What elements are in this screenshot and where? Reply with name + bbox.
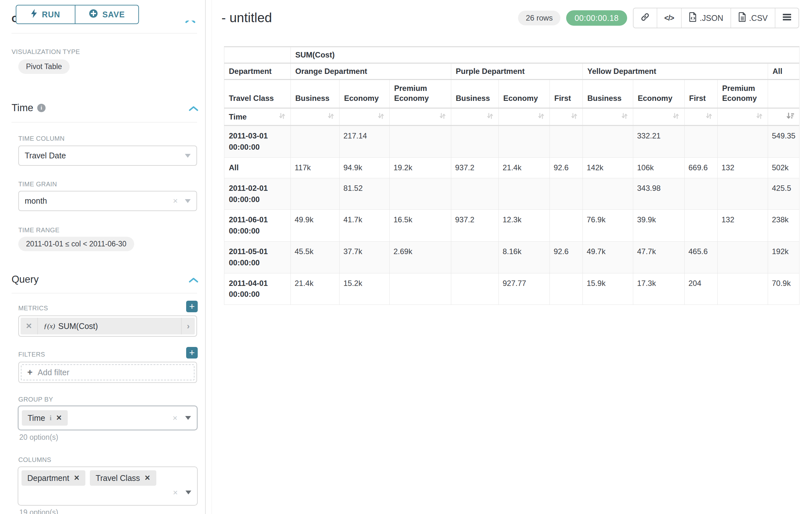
sort-icon[interactable]: [621, 112, 629, 122]
link-icon: [641, 12, 649, 23]
value-cell: 92.6: [550, 157, 583, 178]
value-cell: 8.16k: [499, 241, 550, 273]
value-cell: 47.7k: [633, 241, 685, 273]
sort-icon[interactable]: [439, 112, 446, 122]
value-cell: 92.6: [550, 241, 583, 273]
info-icon[interactable]: i: [37, 104, 46, 112]
query-section-heading: Query: [11, 274, 38, 285]
selected-option-tag[interactable]: Department✕: [22, 470, 85, 486]
value-cell: [499, 178, 550, 210]
time-column-select[interactable]: Travel Date: [18, 145, 197, 166]
value-cell: 70.9k: [768, 273, 800, 305]
sort-header-cell[interactable]: [499, 108, 550, 126]
chevron-down-icon: [185, 199, 191, 203]
value-cell: 502k: [768, 157, 800, 178]
add-filter-dropzone[interactable]: + Add filter: [21, 364, 195, 380]
export-json-button[interactable]: .JSON: [682, 8, 731, 28]
save-button[interactable]: SAVE: [75, 5, 139, 24]
sort-header-cell[interactable]: [685, 108, 718, 126]
sort-icon[interactable]: [486, 112, 494, 122]
clear-icon[interactable]: ×: [173, 488, 178, 497]
selected-option-tag[interactable]: Travel Class✕: [90, 470, 156, 486]
remove-tag-icon[interactable]: ✕: [144, 474, 150, 482]
sort-icon[interactable]: [755, 112, 763, 122]
value-cell: 15.9k: [583, 273, 633, 305]
column-group-header: All: [768, 63, 800, 80]
remove-metric-icon[interactable]: ✕: [21, 318, 38, 334]
sort-icon[interactable]: [327, 112, 335, 122]
remove-tag-icon[interactable]: ✕: [56, 414, 62, 422]
sort-icon[interactable]: [278, 112, 286, 122]
value-cell: [389, 178, 451, 210]
add-metric-button[interactable]: +: [186, 301, 198, 312]
sort-desc-active-icon[interactable]: [786, 112, 795, 122]
value-cell: 81.52: [340, 178, 389, 210]
visualization-type-pill[interactable]: Pivot Table: [18, 59, 70, 74]
row-label: 2011-05-01 00:00:00: [224, 241, 291, 273]
table-row: 2011-04-01 00:00:0021.4k15.2k927.7715.9k…: [224, 273, 800, 305]
time-grain-value: month: [25, 196, 47, 206]
sort-icon[interactable]: [705, 112, 713, 122]
value-cell: 937.2: [451, 157, 499, 178]
export-csv-button[interactable]: .CSV: [731, 8, 775, 28]
pivot-table-container: SUM(Cost)DepartmentOrange DepartmentPurp…: [224, 46, 800, 305]
value-cell: [451, 273, 499, 305]
sort-header-cell[interactable]: [768, 108, 800, 126]
time-range-pill[interactable]: 2011-01-01 ≤ col < 2011-06-30: [18, 237, 134, 251]
view-query-button[interactable]: </>: [657, 8, 682, 28]
chevron-right-icon[interactable]: ›: [181, 318, 195, 334]
value-cell: 49.7k: [583, 241, 633, 273]
chart-title[interactable]: - untitled: [222, 10, 272, 25]
sidebar-resize-border[interactable]: [205, 0, 206, 514]
sort-header-time[interactable]: Time: [224, 108, 291, 126]
selected-option-tag[interactable]: Timei✕: [22, 410, 68, 426]
remove-tag-icon[interactable]: ✕: [74, 474, 80, 482]
value-cell: 16.5k: [389, 210, 451, 242]
value-cell: [389, 273, 451, 305]
metrics-label: METRICS: [18, 304, 48, 312]
sort-header-cell[interactable]: [291, 108, 340, 126]
chart-type-collapse-chevron-icon[interactable]: [185, 21, 198, 24]
query-timer-badge: 00:00:00.18: [566, 10, 627, 26]
value-cell: [685, 126, 718, 158]
time-range-label: TIME RANGE: [18, 226, 59, 234]
value-cell: 76.9k: [583, 210, 633, 242]
pivot-table: SUM(Cost)DepartmentOrange DepartmentPurp…: [224, 46, 800, 305]
clear-icon[interactable]: ×: [173, 196, 178, 206]
chevron-down-icon: [185, 416, 191, 420]
sort-header-cell[interactable]: [451, 108, 499, 126]
menu-button[interactable]: [775, 8, 799, 28]
sort-icon[interactable]: [672, 112, 680, 122]
result-toolbar: 26 rows 00:00:00.18 </> .JSON: [518, 8, 799, 28]
clear-icon[interactable]: ×: [173, 413, 177, 423]
columns-options-hint: 19 option(s): [19, 508, 58, 514]
query-collapse-chevron-icon[interactable]: [189, 277, 198, 285]
sort-header-cell[interactable]: [550, 108, 583, 126]
group-by-select[interactable]: Timei✕ ×: [18, 405, 198, 431]
value-cell: 238k: [768, 210, 800, 242]
section-divider: [11, 293, 197, 293]
value-cell: [718, 126, 768, 158]
info-icon[interactable]: i: [50, 414, 52, 422]
sort-header-cell[interactable]: [718, 108, 768, 126]
add-filter-button[interactable]: +: [186, 347, 198, 358]
value-cell: 425.5: [768, 178, 800, 210]
time-grain-select[interactable]: month ×: [18, 191, 197, 211]
sort-header-cell[interactable]: [583, 108, 633, 126]
sort-header-cell[interactable]: [340, 108, 389, 126]
value-cell: 927.77: [499, 273, 550, 305]
metric-pill[interactable]: ✕ ƒ(x) SUM(Cost) ›: [21, 318, 195, 334]
sort-icon[interactable]: [377, 112, 385, 122]
value-cell: 41.7k: [340, 210, 389, 242]
value-cell: 12.3k: [499, 210, 550, 242]
time-collapse-chevron-icon[interactable]: [189, 105, 198, 113]
columns-select[interactable]: Department✕Travel Class✕ ×: [18, 466, 198, 506]
sort-header-cell[interactable]: [389, 108, 451, 126]
column-leaf-header: Economy: [340, 80, 389, 108]
sort-header-cell[interactable]: [633, 108, 685, 126]
value-cell: [291, 178, 340, 210]
run-button[interactable]: RUN: [16, 5, 75, 24]
sort-icon[interactable]: [537, 112, 545, 122]
sort-icon[interactable]: [570, 112, 578, 122]
share-link-button[interactable]: [634, 8, 657, 28]
